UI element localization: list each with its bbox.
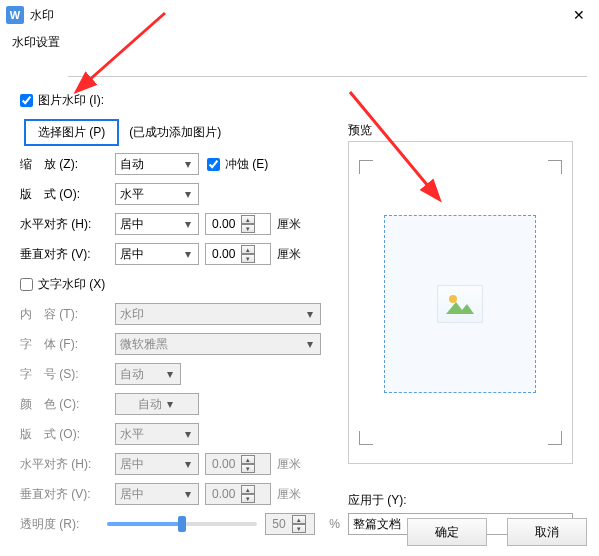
spin-down-icon: ▾ xyxy=(292,524,306,533)
erode-wrap: 冲蚀 (E) xyxy=(207,156,268,173)
text-content-label: 内 容 (T): xyxy=(20,306,115,323)
apply-label: 应用于 (Y): xyxy=(348,492,578,509)
spin-up-icon[interactable]: ▴ xyxy=(241,245,255,254)
txt-halign-row: 水平对齐 (H): 居中 ▾ 0.00 ▴▾ 厘米 xyxy=(20,450,340,478)
chevron-down-icon: ▾ xyxy=(180,247,196,261)
chevron-down-icon: ▾ xyxy=(162,367,178,381)
corner-mark xyxy=(548,431,562,445)
preview-label: 预览 xyxy=(348,122,578,139)
img-halign-num: 0.00 xyxy=(212,217,235,231)
erode-checkbox[interactable] xyxy=(207,158,220,171)
spin-down-icon[interactable]: ▾ xyxy=(241,254,255,263)
corner-mark xyxy=(359,431,373,445)
font-combo: 微软雅黑 ▾ xyxy=(115,333,321,355)
titlebar: W 水印 ✕ xyxy=(0,0,599,30)
txt-halign-num: 0.00 xyxy=(212,457,235,471)
spin-down-icon: ▾ xyxy=(241,464,255,473)
txt-valign-value: 居中 xyxy=(120,486,144,503)
chevron-down-icon: ▾ xyxy=(180,457,196,471)
ok-button[interactable]: 确定 xyxy=(407,518,487,546)
cancel-button[interactable]: 取消 xyxy=(507,518,587,546)
size-combo: 自动 ▾ xyxy=(115,363,181,385)
txt-layout-value: 水平 xyxy=(120,426,144,443)
settings-panel: 图片水印 (I): 选择图片 (P) (已成功添加图片) 缩 放 (Z): 自动… xyxy=(20,86,340,540)
img-valign-num: 0.00 xyxy=(212,247,235,261)
spin-up-icon: ▴ xyxy=(292,515,306,524)
color-row: 颜 色 (C): 自动 ▾ xyxy=(20,390,340,418)
group-title: 水印设置 xyxy=(12,34,587,51)
apply-value: 整篇文档 xyxy=(353,516,401,533)
txt-halign-combo: 居中 ▾ xyxy=(115,453,199,475)
select-image-button[interactable]: 选择图片 (P) xyxy=(24,119,119,146)
erode-label: 冲蚀 (E) xyxy=(225,156,268,173)
text-content-combo: 水印 ▾ xyxy=(115,303,321,325)
opacity-slider-wrap: 50 ▴▾ % xyxy=(107,513,340,535)
text-content-row: 内 容 (T): 水印 ▾ xyxy=(20,300,340,328)
image-wm-checkbox-row: 图片水印 (I): xyxy=(20,86,340,114)
size-value: 自动 xyxy=(120,366,144,383)
text-wm-checkbox-row: 文字水印 (X) xyxy=(20,270,340,298)
img-valign-label: 垂直对齐 (V): xyxy=(20,246,115,263)
corner-mark xyxy=(359,160,373,174)
color-combo: 自动 ▾ xyxy=(115,393,199,415)
img-layout-row: 版 式 (O): 水平 ▾ xyxy=(20,180,340,208)
text-content-value: 水印 xyxy=(120,306,144,323)
spin-up-icon: ▴ xyxy=(241,455,255,464)
img-valign-unit: 厘米 xyxy=(277,246,301,263)
opacity-value: 50 xyxy=(272,517,285,531)
size-row: 字 号 (S): 自动 ▾ xyxy=(20,360,340,388)
slider-thumb xyxy=(178,516,186,532)
group-separator xyxy=(68,76,587,77)
txt-layout-combo: 水平 ▾ xyxy=(115,423,199,445)
select-image-row: 选择图片 (P) (已成功添加图片) xyxy=(20,116,340,148)
img-halign-unit: 厘米 xyxy=(277,216,301,233)
text-wm-checkbox[interactable] xyxy=(20,278,33,291)
txt-valign-num: 0.00 xyxy=(212,487,235,501)
txt-halign-spin: 0.00 ▴▾ xyxy=(205,453,271,475)
font-label: 字 体 (F): xyxy=(20,336,115,353)
color-label: 颜 色 (C): xyxy=(20,396,115,413)
img-halign-label: 水平对齐 (H): xyxy=(20,216,115,233)
image-wm-checkbox[interactable] xyxy=(20,94,33,107)
close-button[interactable]: ✕ xyxy=(559,0,599,30)
txt-valign-unit: 厘米 xyxy=(277,486,301,503)
opacity-row: 透明度 (R): 50 ▴▾ % xyxy=(20,510,340,538)
preview-panel: 预览 应用于 (Y): 整篇文档 ▾ xyxy=(348,122,578,535)
img-valign-row: 垂直对齐 (V): 居中 ▾ 0.00 ▴▾ 厘米 xyxy=(20,240,340,268)
txt-halign-value: 居中 xyxy=(120,456,144,473)
img-layout-combo[interactable]: 水平 ▾ xyxy=(115,183,199,205)
img-halign-spin[interactable]: 0.00 ▴▾ xyxy=(205,213,271,235)
img-layout-value: 水平 xyxy=(120,186,144,203)
txt-layout-label: 版 式 (O): xyxy=(20,426,115,443)
scale-combo[interactable]: 自动 ▾ xyxy=(115,153,199,175)
svg-point-1 xyxy=(449,295,457,303)
corner-mark xyxy=(548,160,562,174)
scale-value: 自动 xyxy=(120,156,144,173)
font-row: 字 体 (F): 微软雅黑 ▾ xyxy=(20,330,340,358)
chevron-down-icon: ▾ xyxy=(302,337,318,351)
txt-halign-unit: 厘米 xyxy=(277,456,301,473)
scale-label: 缩 放 (Z): xyxy=(20,156,115,173)
img-layout-label: 版 式 (O): xyxy=(20,186,115,203)
chevron-down-icon: ▾ xyxy=(302,307,318,321)
chevron-down-icon: ▾ xyxy=(180,157,196,171)
app-icon: W xyxy=(6,6,24,24)
txt-valign-combo: 居中 ▾ xyxy=(115,483,199,505)
chevron-down-icon: ▾ xyxy=(162,397,178,411)
img-halign-combo[interactable]: 居中 ▾ xyxy=(115,213,199,235)
spin-down-icon[interactable]: ▾ xyxy=(241,224,255,233)
img-valign-combo[interactable]: 居中 ▾ xyxy=(115,243,199,265)
footer: 确定 取消 xyxy=(407,518,587,546)
opacity-label: 透明度 (R): xyxy=(20,516,107,533)
img-halign-row: 水平对齐 (H): 居中 ▾ 0.00 ▴▾ 厘米 xyxy=(20,210,340,238)
chevron-down-icon: ▾ xyxy=(180,487,196,501)
spin-up-icon[interactable]: ▴ xyxy=(241,215,255,224)
spin-down-icon: ▾ xyxy=(241,494,255,503)
img-valign-spin[interactable]: 0.00 ▴▾ xyxy=(205,243,271,265)
opacity-unit: % xyxy=(329,517,340,531)
image-placeholder-icon xyxy=(437,285,483,323)
img-halign-value: 居中 xyxy=(120,216,144,233)
font-value: 微软雅黑 xyxy=(120,336,168,353)
opacity-spin: 50 ▴▾ xyxy=(265,513,315,535)
preview-watermark-region xyxy=(384,215,536,393)
